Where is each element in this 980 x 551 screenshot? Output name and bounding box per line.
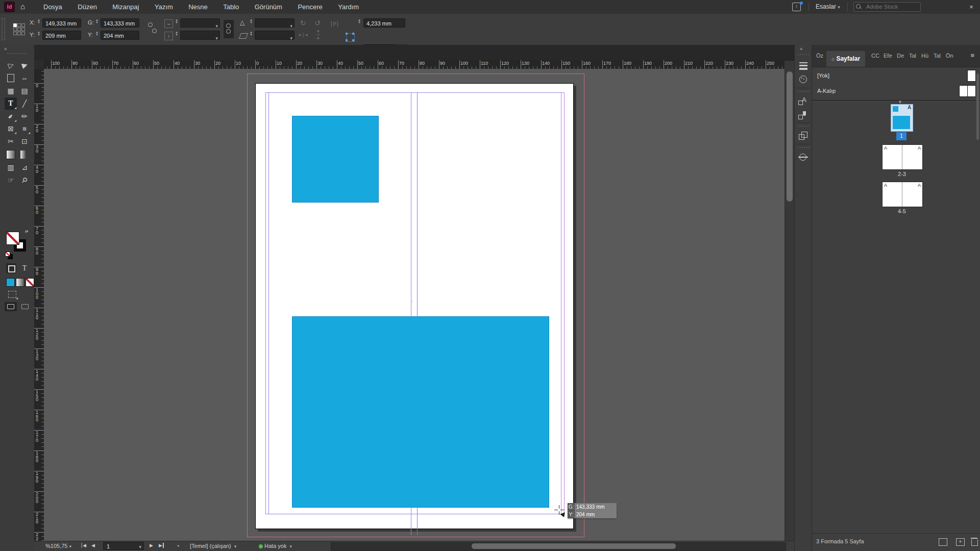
tab-de[interactable]: De (897, 53, 904, 59)
canvas-horizontal-scrollbar[interactable] (331, 542, 786, 551)
tab-properties[interactable]: Öz (816, 53, 823, 59)
master-row-none[interactable]: [Yok] (812, 68, 980, 84)
dock-grip[interactable] (798, 147, 809, 149)
horizontal-ruler[interactable]: 1009080706050403020100102030405060708090… (44, 60, 785, 69)
height-field[interactable]: 204 mm (101, 31, 139, 40)
shear-spinner[interactable]: ▲ ▼ (249, 31, 253, 36)
scissors-tool[interactable]: ✂ (5, 135, 17, 147)
swatches-panel-icon[interactable] (798, 74, 808, 85)
previous-page-button[interactable]: ◀ (91, 543, 95, 548)
y-field[interactable]: 209 mm (42, 31, 81, 40)
links-panel-icon[interactable] (798, 131, 808, 141)
dock-grip[interactable] (798, 126, 809, 128)
shear-field[interactable]: ▾ (255, 31, 295, 40)
panel-scrollbar[interactable] (976, 70, 979, 530)
menu-gorunum[interactable]: Görünüm (248, 0, 289, 14)
menu-nesne[interactable]: Nesne (182, 0, 214, 14)
minimize-button[interactable] (930, 0, 945, 14)
menu-yardim[interactable]: Yardım (331, 0, 365, 14)
dock-grip[interactable] (798, 54, 809, 56)
width-field[interactable]: 143,333 mm (101, 18, 139, 28)
width-spinner[interactable]: ▲ ▼ (95, 19, 99, 24)
scrollbar-thumb[interactable] (472, 543, 676, 549)
tab-tal1[interactable]: Tal (909, 53, 916, 59)
reference-point-proxy[interactable] (13, 23, 25, 35)
panel-menu-icon[interactable]: ≡ (970, 52, 974, 59)
preflight-icon[interactable]: ◔ (176, 543, 180, 549)
apply-gradient-button[interactable] (16, 278, 24, 287)
screen-mode-preview-button[interactable] (19, 302, 31, 311)
new-page-button[interactable]: + (956, 538, 965, 546)
menu-pencere[interactable]: Pencere (291, 0, 329, 14)
workspace-switcher[interactable]: Esaslar ▾ (816, 3, 840, 10)
toolbar-grip[interactable] (7, 53, 27, 55)
pasteboard[interactable]: x G:143,333 mm Y:204 mm (44, 69, 785, 541)
margin-guide-top[interactable] (265, 92, 565, 93)
adobe-stock-search[interactable] (853, 2, 921, 12)
vertical-ruler[interactable]: 01 02 03 04 05 06 07 08 09 01 0 01 1 01 … (34, 69, 44, 541)
page-1-thumbnail[interactable]: A (891, 104, 913, 132)
rotate-ccw-icon[interactable]: ↺ (314, 19, 321, 27)
zoom-level[interactable]: %105,75 ▾ (45, 543, 71, 549)
rotate-cw-icon[interactable]: ↻ (300, 19, 306, 27)
fill-swatch-none[interactable] (6, 232, 19, 245)
page-number-field[interactable]: 1▾ (103, 542, 144, 550)
chevron-down-icon[interactable]: ▾ (215, 34, 218, 43)
note-tool[interactable]: ▥ (5, 161, 17, 173)
rotation-spinner[interactable]: ▲ ▼ (249, 19, 253, 24)
content-collector-tool[interactable]: ▦ (5, 85, 17, 97)
margin-guide-left-inner[interactable] (268, 92, 269, 514)
flip-horizontal-icon[interactable]: ▸❘◂ (299, 32, 308, 37)
x-field[interactable]: 149,333 mm (42, 18, 81, 28)
height-spinner[interactable]: ▲ ▼ (95, 31, 99, 36)
chevron-down-icon[interactable]: ▾ (215, 21, 218, 31)
menu-duzen[interactable]: Düzen (71, 0, 104, 14)
master-row-a[interactable]: A-Kalıp (812, 84, 980, 99)
spread-4-5-label[interactable]: 4-5 (882, 208, 922, 214)
menu-yazim[interactable]: Yazım (148, 0, 180, 14)
content-placer-tool[interactable]: ▤ (18, 85, 31, 97)
rotation-field[interactable]: ▾ (255, 18, 295, 28)
formatting-affects-container-button[interactable] (6, 263, 16, 273)
flip-vertical-icon[interactable]: ▸❘◂ (316, 31, 321, 39)
pencil-tool[interactable]: ✎ (18, 110, 31, 122)
page-1-label[interactable]: 1 (896, 132, 906, 140)
constrain-proportions-icon[interactable] (148, 22, 157, 35)
frame-tool[interactable]: ⊠◢ (5, 122, 17, 135)
scale-y-field[interactable]: ▾ (180, 31, 220, 40)
scale-y-spinner[interactable]: ▲ ▼ (175, 31, 179, 36)
chevron-down-icon[interactable]: ▾ (290, 34, 292, 43)
gap-tool[interactable]: ⇔ (18, 72, 31, 84)
gradient-swatch-tool[interactable] (5, 148, 17, 160)
canvas-vertical-scrollbar[interactable] (785, 69, 795, 541)
character-styles-panel-icon[interactable]: A (798, 96, 808, 106)
tab-tal2[interactable]: Tal (934, 53, 941, 59)
chevron-down-icon[interactable]: ▾ (290, 21, 292, 31)
apply-none-button[interactable] (26, 278, 34, 287)
free-transform-tool[interactable]: ⊡ (18, 135, 31, 147)
corner-spinner[interactable]: ▲ ▼ (357, 19, 361, 24)
link-scale-button[interactable] (224, 20, 234, 38)
restore-button[interactable] (946, 0, 962, 14)
home-icon[interactable]: ⌂ (20, 2, 25, 11)
margin-guide-bottom[interactable] (265, 514, 565, 514)
preflight-status[interactable]: Hata yok ▾ (259, 543, 292, 549)
apply-color-button[interactable] (6, 278, 15, 287)
collapse-toolbar-icon[interactable]: « (4, 46, 7, 52)
tab-hu[interactable]: Hü (921, 53, 928, 59)
swap-fill-stroke-icon[interactable]: ⇄ (25, 229, 29, 234)
search-input[interactable] (865, 3, 918, 10)
panel-grip[interactable] (2, 18, 5, 40)
selection-tool[interactable]: ▷ (3, 57, 19, 73)
gradient-feather-tool[interactable] (18, 148, 31, 160)
spread-2-3-thumbnail[interactable]: A A (882, 144, 923, 170)
y-spinner[interactable]: ▲ ▼ (37, 31, 41, 36)
first-page-button[interactable]: ◀ (81, 543, 86, 548)
type-tool[interactable]: T◢ (5, 97, 17, 110)
scale-x-spinner[interactable]: ▲ ▼ (175, 19, 179, 24)
effects-panel-icon[interactable] (798, 152, 808, 162)
menu-dosya[interactable]: Dosya (37, 0, 69, 14)
scrollbar-thumb[interactable] (976, 73, 979, 140)
menu-mizanpaj[interactable]: Mizanpaj (106, 0, 145, 14)
close-button[interactable]: × (964, 0, 979, 14)
